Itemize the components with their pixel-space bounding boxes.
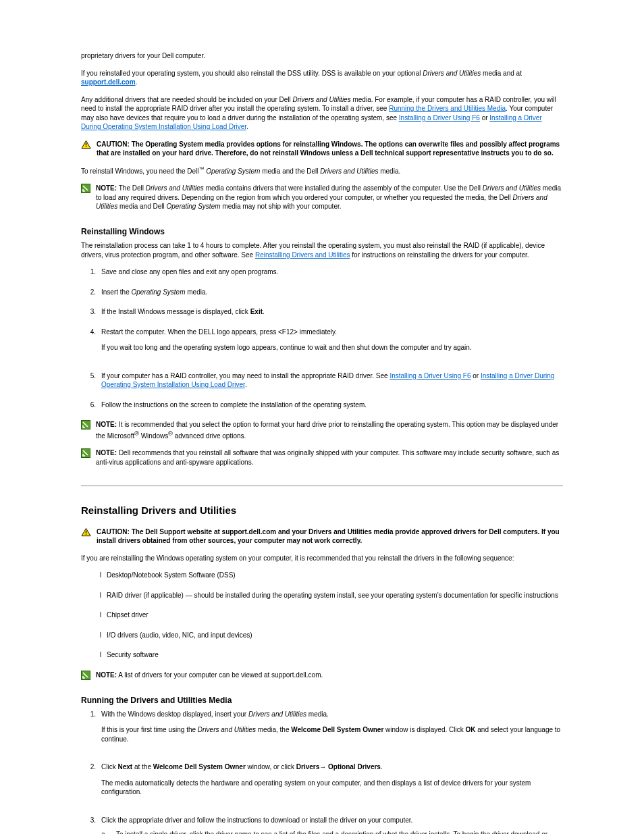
text: media and at [481,70,522,77]
note-icon [81,184,90,193]
text-italic: Operating System [206,167,260,175]
driver-sequence-list: lDesktop/Notebook System Software (DSS) … [86,571,563,660]
steps-list: 1. Save and close any open files and exi… [81,267,563,409]
text: If this is your first time using the [101,726,198,733]
heading-reinstalling-drivers: Reinstalling Drivers and Utilities [81,504,563,517]
link-reinstalling-drivers-utilities[interactable]: Reinstalling Drivers and Utilities [255,251,350,259]
step-item: 2. Click Next at the Welcome Dell System… [81,762,563,805]
link-install-driver-f6[interactable]: Installing a Driver Using F6 [399,114,480,122]
section-divider [81,486,563,486]
steps-list: 1. With the Windows desktop displayed, i… [81,710,563,834]
link-running-drivers-utilities[interactable]: Running the Drivers and Utilities Media [389,105,506,112]
text-italic: Drivers and Utilities [146,184,204,192]
text: A list of drivers for your computer can … [117,671,323,679]
paragraph: proprietary drivers for your Dell comput… [81,51,563,61]
step-number: 3. [81,816,96,825]
step-number: 4. [81,328,96,337]
note-label: NOTE: [96,421,117,428]
list-item: lSecurity software [86,650,563,660]
text-italic: Drivers and Utilities [248,710,306,718]
text-bold: Drivers [296,763,319,771]
text: or [471,372,480,380]
trademark-symbol: ™ [199,166,205,172]
text: media and the Dell [260,167,320,175]
link-install-driver-f6[interactable]: Installing a Driver Using F6 [390,372,471,380]
text: Chipset driver [107,611,149,619]
step-item: 3. Click the appropriate driver and foll… [81,816,563,834]
note-label: NOTE: [96,671,117,679]
text: If you wait too long and the operating s… [101,344,472,351]
text: or [480,114,489,122]
caution-label: CAUTION: [97,140,130,148]
text: media. [306,710,329,718]
step-item: 1. With the Windows desktop displayed, i… [81,710,563,752]
text: for instructions on reinstalling the dri… [350,251,529,259]
substeps-list: a. To install a single driver, click the… [101,830,563,834]
list-item: lI/O drivers (audio, video, NIC, and inp… [86,631,563,640]
link-support-dell[interactable]: support.dell.com [81,78,136,86]
step-number: 6. [81,400,96,410]
text: Follow the instructions on the screen to… [101,401,367,409]
text: If you are reinstalling the Windows oper… [81,554,514,562]
text: Dell recommends that you reinstall all s… [96,449,559,466]
caution-icon [81,527,91,537]
text: window, or click [246,763,296,771]
text-key: <F12> [278,328,298,336]
text: Click the appropriate driver and follow … [101,816,412,824]
text: media and Dell [117,203,166,210]
text-italic: Drivers and Utilities [483,184,541,192]
text: media contains drivers that were install… [204,184,483,192]
note-icon [81,671,90,680]
note-icon [81,448,90,458]
note-icon [81,420,90,429]
text: . [245,381,247,388]
step-text: Save and close any open files and exit a… [101,268,278,276]
text-bold: Next [117,763,132,771]
step-number: 2. [81,288,96,297]
note-label: NOTE: [96,449,117,457]
step-item: 1. Save and close any open files and exi… [81,267,563,277]
svg-rect-1 [86,142,86,145]
list-item: lRAID driver (if applicable) — should be… [86,591,563,600]
paragraph: Any additional drivers that are needed s… [81,95,563,132]
svg-rect-8 [86,533,86,534]
list-item: lChipset driver [86,610,563,620]
note-callout: NOTE: The Dell Drivers and Utilities med… [81,184,563,211]
text-mono: Install Windows [118,308,165,315]
text: proprietary drivers for your Dell comput… [81,52,205,59]
text-italic: Operating System [167,203,221,210]
note-callout: NOTE: Dell recommends that you reinstall… [81,448,563,467]
bullet: l [86,591,101,600]
text: Click [101,763,117,771]
svg-rect-2 [86,146,86,147]
step-number: 5. [81,371,96,381]
text: media, the [256,726,291,733]
step-number: 3. [81,307,96,317]
text: media. [186,288,208,296]
caution-callout: CAUTION: The Operating System media prov… [81,140,563,158]
paragraph: To reinstall Windows, you need the Dell™… [81,166,563,176]
text: To install a single driver, click the dr… [116,831,547,834]
text: The media automatically detects the hard… [101,779,531,796]
text: Any additional drivers that are needed s… [81,96,293,103]
text: media. [378,167,400,175]
text: Desktop/Notebook System Software (DSS) [107,571,236,579]
text-bold: Welcome Dell System Owner [153,763,246,771]
paragraph: The reinstallation process can take 1 to… [81,241,563,259]
substep-item: a. To install a single driver, click the… [101,830,563,834]
text-bold: Welcome Dell System Owner [291,726,383,733]
bullet: l [86,571,101,580]
caution-text: The Operating System media provides opti… [97,140,560,157]
text: message is displayed, click [165,308,250,315]
text: If you reinstalled your operating system… [81,70,423,77]
bullet: l [86,610,101,620]
arrow-icon: → [319,763,326,771]
step-number: 1. [81,710,96,719]
step-number: 1. [81,267,96,277]
paragraph: If you reinstalled your operating system… [81,69,563,87]
text-bold: OK [466,726,476,733]
note-callout: NOTE: A list of drivers for your compute… [81,671,563,680]
text: Restart the computer. When the DELL logo… [101,328,278,336]
document-page: proprietary drivers for your Dell comput… [0,0,644,834]
text: window is displayed. Click [383,726,465,733]
